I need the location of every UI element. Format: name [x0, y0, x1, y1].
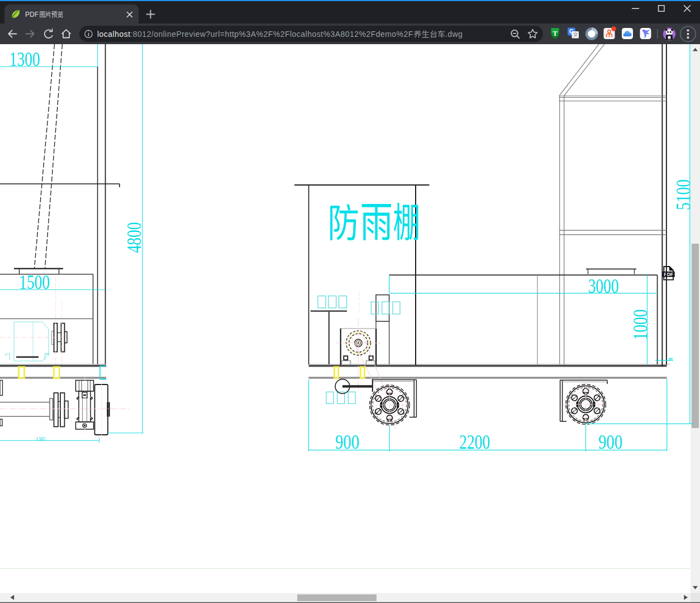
svg-text:2200: 2200 — [459, 431, 490, 453]
svg-text:1300: 1300 — [9, 49, 40, 70]
svg-text:T: T — [553, 29, 558, 37]
svg-text:1385: 1385 — [36, 436, 46, 442]
svg-text:5100: 5100 — [673, 179, 694, 210]
svg-text:PDF: PDF — [664, 272, 673, 277]
svg-text:900: 900 — [598, 431, 622, 453]
svg-text:1500: 1500 — [19, 272, 50, 293]
svg-text:900: 900 — [335, 431, 359, 453]
svg-text:3000: 3000 — [588, 276, 619, 297]
svg-text:4800: 4800 — [123, 222, 145, 253]
svg-text:1000: 1000 — [630, 310, 651, 340]
